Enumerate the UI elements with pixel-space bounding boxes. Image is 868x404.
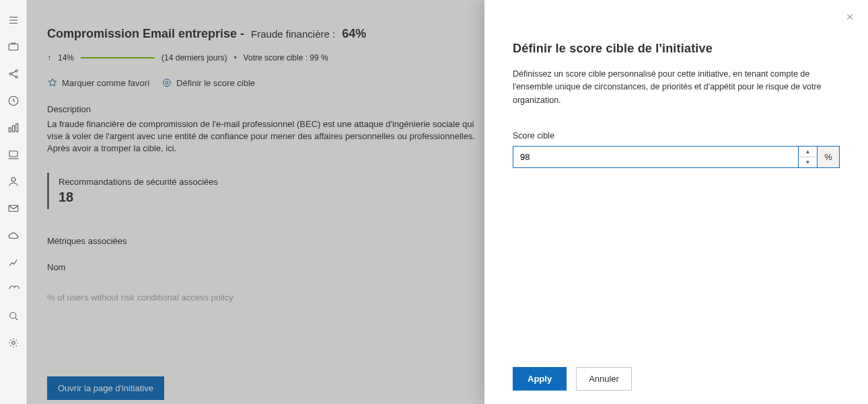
score-percent: 64%	[342, 27, 366, 41]
target-score-input[interactable]	[513, 146, 798, 168]
sparkline	[81, 55, 155, 60]
trend-up-icon: ↑	[47, 53, 51, 63]
menu-icon[interactable]	[0, 7, 27, 34]
target-score-text: Votre score cible : 99 %	[244, 53, 328, 63]
apply-button[interactable]: Apply	[513, 367, 567, 391]
panel-description: Définissez un score cible personnalisé p…	[513, 68, 840, 107]
search-nav-icon[interactable]	[0, 302, 27, 329]
svg-point-2	[15, 70, 17, 72]
spinner-buttons: ▲ ▼	[798, 146, 817, 168]
heart-icon[interactable]	[0, 276, 27, 302]
svg-point-3	[15, 76, 17, 78]
clock-icon[interactable]	[0, 87, 27, 114]
set-target-score-button[interactable]: Définir le score cible	[161, 77, 255, 88]
svg-point-12	[11, 341, 15, 345]
person-icon[interactable]	[0, 168, 27, 195]
svg-point-11	[9, 313, 15, 319]
mark-favorite-button[interactable]: Marquer comme favori	[47, 77, 149, 88]
spinner-down-button[interactable]: ▼	[799, 157, 817, 167]
svg-point-9	[11, 177, 15, 181]
set-target-score-panel: Définir le score cible de l'initiative D…	[484, 0, 868, 404]
title-primary: Compromission Email entreprise -	[47, 27, 244, 41]
svg-point-1	[9, 73, 11, 75]
svg-rect-5	[9, 128, 11, 132]
device-icon[interactable]	[0, 141, 27, 168]
trend-period: (14 derniers jours)	[161, 53, 227, 63]
cancel-button[interactable]: Annuler	[576, 367, 632, 391]
panel-title: Définir le score cible de l'initiative	[513, 42, 840, 56]
analytics-icon[interactable]	[0, 114, 27, 141]
star-icon	[47, 77, 58, 88]
close-button[interactable]	[845, 12, 855, 24]
svg-rect-8	[9, 151, 17, 157]
target-score-field-label: Score cible	[513, 131, 840, 140]
description-text: La fraude financière de compromission de…	[47, 118, 491, 155]
percent-suffix: %	[817, 146, 840, 168]
svg-rect-7	[15, 124, 17, 132]
tv-icon[interactable]	[0, 34, 27, 60]
mail-icon[interactable]	[0, 195, 27, 222]
share-icon[interactable]	[0, 60, 27, 87]
svg-point-14	[166, 81, 168, 84]
cloud-icon[interactable]	[0, 222, 27, 249]
svg-rect-10	[9, 206, 18, 212]
trend-value: 14%	[58, 53, 74, 63]
set-target-score-label: Définir le score cible	[176, 78, 255, 88]
gear-icon[interactable]	[0, 329, 27, 356]
close-icon	[845, 12, 855, 22]
target-icon	[161, 77, 172, 88]
title-secondary: Fraude financière :	[251, 28, 335, 40]
svg-rect-6	[12, 126, 14, 132]
open-initiative-button[interactable]: Ouvrir la page d'initiative	[47, 376, 164, 400]
chart-icon[interactable]	[0, 249, 27, 276]
svg-point-13	[164, 79, 171, 87]
separator-dot: •	[233, 53, 236, 63]
mark-favorite-label: Marquer comme favori	[62, 78, 149, 88]
svg-rect-0	[9, 44, 18, 50]
spinner-up-button[interactable]: ▲	[799, 147, 817, 157]
left-nav	[0, 0, 27, 404]
